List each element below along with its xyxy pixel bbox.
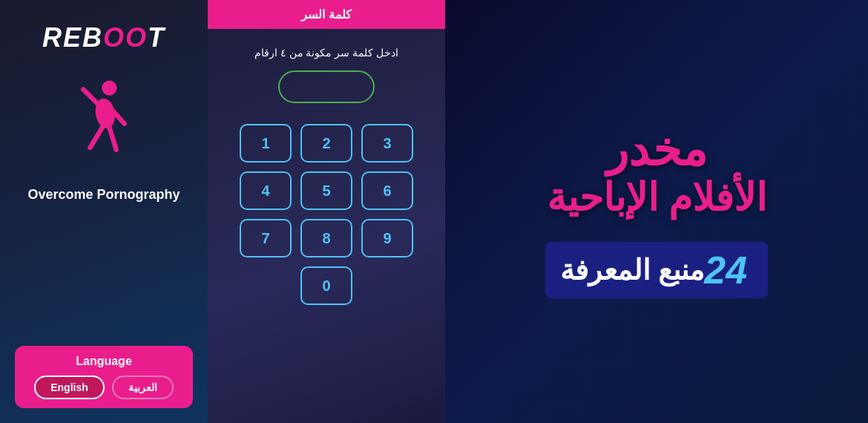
overcome-text: Overcome Pornography: [27, 187, 180, 203]
arabic-title-line1: مخدر: [606, 125, 707, 175]
language-buttons: English العربية: [34, 376, 174, 399]
english-button[interactable]: English: [34, 376, 105, 399]
badge-container: منبع المعرفة 24: [545, 242, 768, 298]
logo-suffix: T: [148, 22, 165, 53]
numpad: 1 2 3 4 5 6 7 8 9: [240, 124, 413, 258]
middle-panel: كلمة السر ادخل كلمة سر مكونة من ٤ ارقام …: [208, 0, 445, 423]
svg-point-0: [102, 80, 116, 95]
numpad-5[interactable]: 5: [300, 171, 352, 210]
numpad-3[interactable]: 3: [361, 124, 413, 163]
numpad-zero-row: 0: [300, 266, 352, 305]
left-panel: REBOOT Overcome Pornography Language Eng…: [0, 0, 208, 423]
right-panel: مخدر الأفلام الإباحية منبع المعرفة 24: [445, 0, 868, 423]
svg-line-5: [109, 127, 116, 149]
numpad-9[interactable]: 9: [361, 219, 413, 258]
arabic-button[interactable]: العربية: [112, 376, 174, 399]
numpad-0[interactable]: 0: [300, 266, 352, 305]
numpad-8[interactable]: 8: [300, 219, 352, 258]
svg-line-2: [83, 89, 100, 106]
numpad-2[interactable]: 2: [300, 124, 352, 163]
numpad-4[interactable]: 4: [240, 171, 292, 210]
figure-icon: [67, 76, 141, 165]
numpad-1[interactable]: 1: [240, 124, 292, 163]
svg-line-4: [91, 127, 103, 148]
logo-highlight: OO: [103, 22, 148, 53]
numpad-6[interactable]: 6: [361, 171, 413, 210]
language-section: Language English العربية: [15, 346, 193, 408]
numpad-7[interactable]: 7: [240, 219, 292, 258]
pin-instruction: ادخل كلمة سر مكونة من ٤ ارقام: [254, 47, 398, 59]
language-label: Language: [76, 355, 132, 368]
app-logo: REBOOT: [42, 22, 165, 53]
logo-prefix: REB: [42, 22, 103, 53]
badge-text: منبع المعرفة: [560, 254, 705, 286]
pin-input-display: [278, 70, 375, 103]
arabic-title-line2: الأفلام الإباحية: [547, 175, 766, 220]
left-panel-top: REBOOT Overcome Pornography: [27, 22, 180, 203]
badge-number: 24: [704, 248, 747, 292]
pin-header: كلمة السر: [208, 0, 445, 29]
